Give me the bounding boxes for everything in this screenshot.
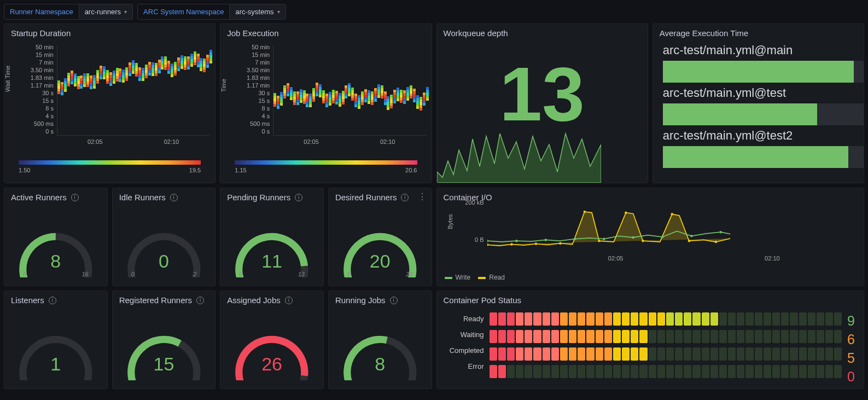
gauge-value: 20 bbox=[370, 251, 391, 272]
svg-point-1 bbox=[510, 243, 512, 245]
chevron-down-icon: ▾ bbox=[124, 9, 127, 15]
svg-point-7 bbox=[642, 240, 644, 242]
panel-title: Container I/O bbox=[437, 188, 864, 206]
pod-row-bar bbox=[490, 365, 842, 378]
ytick: 15 s bbox=[241, 98, 270, 104]
gauge-value: 8 bbox=[375, 353, 385, 375]
ytick: 30 s bbox=[241, 90, 270, 96]
panel-title: Container Pod Status bbox=[437, 291, 864, 309]
gauge-max: 2 bbox=[193, 271, 196, 277]
gauge: 11 0 13 bbox=[220, 206, 323, 277]
xtick: 02:10 bbox=[765, 255, 780, 262]
svg-point-0 bbox=[487, 244, 488, 246]
info-icon[interactable]: i bbox=[196, 297, 204, 304]
pod-row-label: Completed bbox=[441, 346, 484, 355]
gauge: 8 0 16 bbox=[4, 206, 107, 277]
svg-point-10 bbox=[714, 241, 716, 243]
ytick: 0 s bbox=[25, 129, 54, 135]
system-namespace-select[interactable]: arc-systems ▾ bbox=[229, 4, 285, 19]
legend-write: Write bbox=[445, 274, 471, 281]
avg-bar bbox=[663, 61, 864, 83]
workqueue-value: 13 bbox=[437, 42, 648, 146]
ytick: 200 kB bbox=[459, 199, 484, 206]
panel-title: Registered Runners i bbox=[113, 291, 215, 309]
scale-min: 1.50 bbox=[19, 167, 30, 173]
xtick: 02:10 bbox=[164, 138, 179, 145]
ytick: 1.17 min bbox=[241, 83, 270, 89]
runner-namespace-select[interactable]: arc-runners ▾ bbox=[79, 4, 132, 19]
panel-container-io[interactable]: Container I/O Bytes 200 kB 0 B 02:05 02:… bbox=[436, 188, 865, 286]
gauge: 8 bbox=[329, 309, 432, 380]
svg-point-4 bbox=[583, 211, 585, 213]
ytick: 0 B bbox=[459, 236, 484, 243]
pod-row-value: 0 bbox=[847, 368, 855, 385]
xtick: 02:05 bbox=[88, 138, 103, 145]
panel-active-runners[interactable]: Active Runners i 8 0 16 bbox=[4, 188, 108, 286]
panel-menu-icon[interactable]: ⋮ bbox=[418, 192, 427, 202]
runner-namespace-var: Runner Namespace arc-runners ▾ bbox=[4, 4, 133, 20]
pod-row-label: Waiting bbox=[441, 331, 484, 339]
gauge: 26 bbox=[220, 309, 323, 380]
panel-title: Active Runners i bbox=[4, 188, 107, 206]
panel-title: Startup Duration bbox=[4, 24, 215, 42]
runner-namespace-value: arc-runners bbox=[85, 8, 121, 16]
ytick: 8 s bbox=[241, 106, 270, 112]
panel-avg-exec-time[interactable]: Average Execution Time arc-test/main.yml… bbox=[653, 24, 864, 183]
panel-workqueue-depth[interactable]: Workqueue depth 13 bbox=[436, 24, 648, 183]
svg-point-16 bbox=[632, 236, 634, 239]
xtick: 02:05 bbox=[608, 255, 624, 262]
ytick: 500 ms bbox=[25, 121, 54, 127]
gauge-max: 16 bbox=[81, 271, 88, 277]
panel-pending-runners[interactable]: Pending Runners i 11 0 13 bbox=[220, 188, 324, 286]
ytick: 4 s bbox=[25, 113, 54, 119]
system-namespace-value: arc-systems bbox=[235, 8, 273, 16]
info-icon[interactable]: i bbox=[285, 297, 293, 304]
ytick: 0 s bbox=[241, 129, 270, 135]
svg-point-19 bbox=[719, 231, 721, 233]
info-icon[interactable]: i bbox=[295, 194, 302, 201]
panel-registered-runners[interactable]: Registered Runners i 15 bbox=[112, 291, 216, 389]
panel-idle-runners[interactable]: Idle Runners i 0 0 2 bbox=[112, 188, 216, 286]
svg-point-9 bbox=[688, 240, 690, 242]
gauge-value: 0 bbox=[159, 251, 169, 272]
avg-exec-row: arc-test/main.yml@test2 24s bbox=[663, 129, 854, 168]
color-scale bbox=[19, 160, 201, 165]
pod-row-bar bbox=[490, 330, 842, 343]
panel-title: Running Jobs i bbox=[329, 291, 432, 309]
info-icon[interactable]: i bbox=[401, 194, 409, 201]
svg-point-8 bbox=[671, 213, 673, 215]
panel-assigned-jobs[interactable]: Assigned Jobs i 26 bbox=[220, 291, 324, 389]
info-icon[interactable]: i bbox=[390, 297, 398, 304]
pod-row-value: 6 bbox=[847, 331, 855, 347]
ytick: 7 min bbox=[25, 60, 54, 66]
scale-min: 1.15 bbox=[235, 167, 246, 173]
panel-running-jobs[interactable]: Running Jobs i 8 bbox=[328, 291, 432, 389]
ytick: 30 s bbox=[25, 90, 54, 96]
pod-row-label: Error bbox=[441, 362, 484, 370]
jobexec-heatmap: Time 50 min15 min7 min3.50 min1.83 min1.… bbox=[220, 42, 431, 157]
startup-heatmap: Wait Time 50 min15 min7 min3.50 min1.83 … bbox=[4, 42, 215, 157]
y-axis-label: Wait Time bbox=[4, 66, 11, 92]
panel-container-pod-status[interactable]: Container Pod Status ReadyWaitingComplet… bbox=[436, 291, 865, 389]
ytick: 15 min bbox=[25, 52, 54, 58]
panel-listeners[interactable]: Listeners i 1 bbox=[4, 291, 108, 389]
gauge-value: 8 bbox=[50, 251, 61, 272]
io-plot bbox=[487, 207, 730, 251]
info-icon[interactable]: i bbox=[170, 194, 178, 201]
info-icon[interactable]: i bbox=[49, 297, 56, 304]
panel-startup-duration[interactable]: Startup Duration Wait Time 50 min15 min7… bbox=[4, 24, 215, 183]
gauge-max: 13 bbox=[298, 271, 305, 277]
ytick: 50 min bbox=[25, 44, 54, 50]
panel-title: Workqueue depth bbox=[437, 24, 648, 42]
info-icon[interactable]: i bbox=[71, 194, 79, 201]
workflow-name: arc-test/main.yml@test2 bbox=[663, 129, 854, 143]
svg-point-6 bbox=[625, 211, 627, 213]
ytick: 50 min bbox=[241, 44, 270, 50]
ytick: 1.83 min bbox=[25, 75, 54, 81]
ytick: 15 min bbox=[241, 52, 270, 58]
panel-title: Listeners i bbox=[4, 291, 107, 309]
panel-job-execution[interactable]: Job Execution Time 50 min15 min7 min3.50… bbox=[220, 24, 432, 183]
panel-desired-runners[interactable]: Desired Runners i 20 0 20 ⋮ bbox=[328, 188, 432, 286]
ytick: 500 ms bbox=[241, 121, 270, 127]
scale-max: 19.5 bbox=[189, 167, 201, 173]
